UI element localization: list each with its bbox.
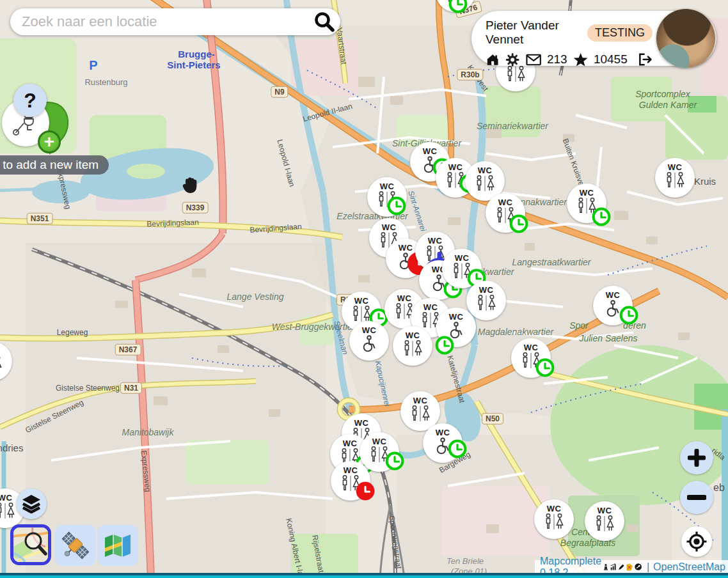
attribution-separator: | bbox=[647, 561, 649, 573]
wc-label: WC bbox=[354, 296, 369, 306]
search-input[interactable] bbox=[20, 13, 313, 31]
attribution-bar: Mapcomplete 0.18.2 | OpenStreetMap bbox=[535, 560, 728, 574]
layers-icon bbox=[21, 494, 42, 513]
wc-marker-mf[interactable]: WC bbox=[655, 158, 695, 198]
opening-hours-clock-badge-green[interactable] bbox=[509, 214, 529, 234]
male-female-icon bbox=[662, 172, 688, 189]
user-name: Pieter Vander Vennet bbox=[486, 19, 580, 47]
wc-label: WC bbox=[344, 465, 358, 475]
style-button-osm-selected[interactable] bbox=[10, 524, 51, 565]
wc-marker-mf[interactable]: WC bbox=[534, 499, 574, 539]
minus-icon bbox=[687, 488, 706, 506]
wc-label: WC bbox=[423, 302, 438, 312]
wc-label: WC bbox=[524, 343, 539, 352]
wc-label: WC bbox=[448, 162, 463, 172]
contributor-icon[interactable] bbox=[603, 562, 609, 572]
home-icon[interactable] bbox=[486, 52, 500, 67]
opening-hours-clock-badge-green[interactable] bbox=[386, 196, 407, 216]
opening-hours-clock-badge-green[interactable] bbox=[384, 451, 405, 471]
stats-chart-icon[interactable] bbox=[610, 562, 617, 572]
satellite-icon bbox=[60, 530, 91, 561]
style-button-map[interactable] bbox=[97, 525, 138, 566]
wc-label: WC bbox=[380, 182, 395, 191]
question-mark-icon: ? bbox=[24, 89, 36, 113]
male-female-icon bbox=[0, 503, 18, 519]
wc-label: WC bbox=[406, 331, 420, 340]
wc-label: WC bbox=[0, 493, 12, 503]
opening-hours-clock-badge-green[interactable] bbox=[447, 439, 468, 459]
male-female-icon bbox=[541, 513, 567, 530]
star-icon bbox=[573, 52, 588, 67]
pencil-icon[interactable] bbox=[618, 562, 625, 572]
wc-label: WC bbox=[455, 253, 470, 263]
poi-marker-layer: WC WC WC WC WC WC WC bbox=[0, 0, 728, 578]
community-flag-icon[interactable] bbox=[626, 562, 633, 572]
folded-map-icon bbox=[103, 533, 132, 558]
opening-hours-clock-badge-green[interactable] bbox=[591, 207, 612, 227]
wc-label: WC bbox=[597, 506, 612, 515]
osm-carto-thumb-icon bbox=[13, 527, 48, 562]
male-female-icon bbox=[592, 515, 617, 532]
wc-label: WC bbox=[423, 146, 438, 156]
wc-label: WC bbox=[436, 428, 450, 437]
osm-attribution-link[interactable]: OpenStreetMap bbox=[653, 561, 725, 573]
magnifier-icon[interactable] bbox=[313, 11, 335, 33]
wc-label: WC bbox=[362, 325, 377, 335]
user-avatar[interactable] bbox=[656, 9, 715, 68]
bottom-edge-bar bbox=[0, 573, 728, 578]
wc-marker-wheelchair[interactable]: WC bbox=[349, 321, 389, 361]
opening-hours-clock-badge-green[interactable] bbox=[434, 335, 455, 355]
wc-label: WC bbox=[449, 312, 464, 322]
add-item-tooltip: re to add a new item bbox=[0, 155, 109, 175]
zoom-in-button[interactable] bbox=[680, 441, 713, 474]
crosshair-icon bbox=[686, 531, 707, 552]
opening-hours-clock-badge-red[interactable] bbox=[355, 481, 376, 501]
layers-button[interactable] bbox=[16, 488, 47, 519]
wc-marker-mf[interactable]: WC bbox=[585, 501, 624, 541]
opening-hours-clock-badge-green[interactable] bbox=[619, 305, 639, 325]
plus-icon bbox=[688, 449, 706, 467]
camera-dot-icon[interactable] bbox=[635, 561, 642, 572]
messages-count[interactable]: 213 bbox=[547, 52, 567, 66]
gear-icon[interactable] bbox=[505, 52, 519, 67]
wc-marker-mf[interactable]: WC bbox=[466, 281, 506, 320]
location-search-bar[interactable] bbox=[10, 8, 340, 35]
add-plus-icon[interactable]: + bbox=[38, 130, 61, 153]
wc-label: WC bbox=[606, 290, 621, 300]
wc-label: WC bbox=[397, 293, 412, 303]
grab-hand-cursor bbox=[180, 173, 202, 195]
wc-label: WC bbox=[354, 418, 369, 428]
envelope-icon[interactable] bbox=[526, 54, 541, 66]
wc-label: WC bbox=[428, 236, 443, 246]
male-female-icon bbox=[473, 295, 499, 311]
wc-label: WC bbox=[372, 437, 387, 446]
wc-label: WC bbox=[479, 285, 494, 295]
logout-icon[interactable] bbox=[637, 52, 653, 67]
male-female-icon bbox=[408, 405, 433, 422]
wc-label: WC bbox=[580, 188, 594, 198]
wc-label: WC bbox=[413, 396, 428, 405]
male-female-icon bbox=[400, 340, 425, 357]
mapcomplete-app: Brugge-Sint-PietersPRustenburgVaartstraa… bbox=[0, 0, 728, 578]
wc-label: WC bbox=[498, 198, 513, 207]
wc-label: WC bbox=[668, 162, 683, 172]
male-female-icon bbox=[0, 355, 5, 372]
wc-label: WC bbox=[547, 504, 562, 513]
testing-badge: TESTING bbox=[587, 24, 653, 42]
geolocate-button[interactable] bbox=[681, 526, 712, 557]
wc-label: WC bbox=[343, 439, 358, 448]
help-button[interactable]: ? bbox=[13, 84, 47, 117]
wc-label: WC bbox=[478, 166, 493, 175]
wheelchair-icon bbox=[358, 335, 381, 353]
male-female-icon bbox=[503, 66, 528, 82]
wc-label: WC bbox=[382, 223, 397, 232]
zoom-out-button[interactable] bbox=[680, 481, 713, 514]
style-button-satellite[interactable] bbox=[55, 525, 96, 566]
wc-marker-mf[interactable]: WC bbox=[393, 326, 432, 366]
opening-hours-clock-badge-green[interactable] bbox=[448, 0, 468, 14]
male-female-icon bbox=[472, 175, 498, 192]
changesets-count[interactable]: 10455 bbox=[594, 52, 628, 66]
wc-marker-mf[interactable]: WC bbox=[0, 341, 12, 381]
opening-hours-clock-badge-green[interactable] bbox=[535, 357, 555, 378]
